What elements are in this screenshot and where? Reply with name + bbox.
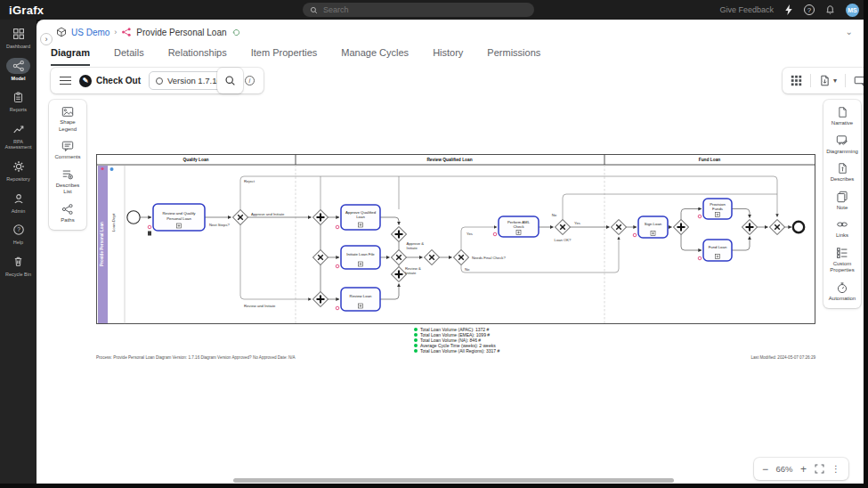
resource-icon [336,264,339,268]
task-approve-qualified-loan[interactable]: Approve Qualified Loan [336,205,380,230]
links-button[interactable]: Links [836,218,848,240]
version-ring-icon [156,77,163,85]
check-out-button[interactable]: ✎ Check Out [79,75,141,87]
avatar[interactable]: MS [846,4,859,17]
breadcrumb-parent[interactable]: US Demo [71,28,110,37]
task-fund-loan[interactable]: Fund Loan [698,240,732,261]
gateway-loan-ok[interactable] [556,220,571,235]
label-loan-ok: Loan OK? [555,238,572,242]
describes-button[interactable]: Describes [831,162,855,183]
collapse-panel-button[interactable]: › [40,33,53,45]
shape-legend-button[interactable]: ShapeLegend [59,106,77,133]
task-review-and-qualify-personal-loan[interactable]: Review and Qualify Personal Loan [148,204,205,236]
trend-chart-icon [6,121,30,137]
gateway-exclusive-mid-left[interactable] [313,250,329,265]
more-options-icon[interactable]: ⋮ [831,464,840,474]
label-reject: Reject [244,179,256,183]
gear-icon [6,159,30,175]
global-search[interactable] [303,3,534,17]
sidebar-item-recycle-bin[interactable]: Recycle Bin [5,254,31,278]
phase-fund-loan: Fund Loan [699,158,721,162]
diagramming-button[interactable]: Diagramming [826,134,858,156]
breadcrumb-separator: › [114,28,117,37]
legend-item: Total Loan Volume (All Regions): 3317 # [414,348,499,354]
dashboard-icon [6,26,30,42]
sidebar-item-help[interactable]: ? Help [6,222,30,246]
divider [845,74,846,87]
tab-details[interactable]: Details [114,47,144,66]
label-no2: No [552,213,557,217]
tab-item-properties[interactable]: Item Properties [251,47,318,66]
end-event[interactable] [793,222,804,232]
sidebar-item-repository[interactable]: Repository [6,159,30,183]
gateway-parallel-fund-split[interactable] [674,220,689,235]
task-sign-loan[interactable]: Sign Loan [633,216,668,238]
label-review-and-initiate: Review and Initiate [244,304,276,308]
gateway-parallel-join-bottom[interactable] [392,267,407,282]
gateway-next-steps[interactable] [233,210,248,225]
bell-icon[interactable] [825,4,835,15]
give-feedback-link[interactable]: Give Feedback [719,5,774,14]
diagram-search-button[interactable] [217,68,243,94]
start-event[interactable] [127,211,140,224]
sidebar-item-admin[interactable]: Admin [6,191,30,215]
search-input[interactable] [323,5,501,14]
task-review-loan[interactable]: Review Loan [336,288,380,311]
diagram-left-panel: ShapeLegend Comments DescribesList Paths [49,100,86,230]
chevron-down-icon[interactable]: ⌄ [846,27,853,37]
svg-text:Initiate: Initiate [405,271,417,275]
automation-button[interactable]: Automation [829,281,856,303]
gateway-parallel-fund-join[interactable] [742,220,758,235]
fullscreen-icon[interactable] [815,464,824,474]
task-provision-funds[interactable]: Provision Funds [698,199,732,219]
diagram-right-panel: Narrative Diagramming Describes Note Lin… [823,100,861,308]
info-icon[interactable]: i [245,76,255,85]
properties-list-icon [836,247,848,259]
sidebar-item-dashboard[interactable]: Dashboard [6,26,30,50]
comments-button[interactable]: Comments [54,140,80,161]
help-icon[interactable]: ? [804,4,815,15]
svg-text:Loan: Loan [356,215,365,219]
svg-text:Review Loan: Review Loan [350,294,372,298]
tab-permissions[interactable]: Permissions [487,47,540,66]
paths-button[interactable]: Paths [61,203,74,224]
gateway-parallel-split-bottom[interactable] [313,292,329,307]
gateway-needs-final-check[interactable] [454,250,469,265]
gateway-final-merge[interactable] [770,220,785,235]
menu-icon[interactable] [60,77,71,85]
version-history-icon[interactable] [231,28,241,37]
zoom-out-button[interactable]: − [762,464,768,475]
breadcrumb-current: Provide Personal Loan [136,28,226,37]
sidebar-item-reports[interactable]: Reports [6,89,30,113]
label-next-steps: Next Steps? [209,223,230,227]
gateway-parallel-split-top[interactable] [313,210,329,225]
sidebar-item-model[interactable]: Model [6,58,30,82]
task-initiate-loan-file[interactable]: Initiate Loan File [336,246,380,269]
tab-diagram[interactable]: Diagram [51,47,90,66]
diagram-canvas[interactable]: Qualify Loan Review Qualified Loan Fund … [96,154,815,325]
custom-properties-button[interactable]: CustomProperties [830,247,854,274]
gateway-exclusive-mid[interactable] [392,250,407,265]
grid-view-icon[interactable] [791,75,802,86]
last-modified-footer: Last Modified: 2024-05-07 07:26:29 [548,355,815,360]
horizontal-scrollbar[interactable] [233,478,674,483]
gateway-merge-fund[interactable] [612,220,627,235]
image-icon [61,106,74,118]
breadcrumb: US Demo › Provide Personal Loan [56,27,241,37]
list-gear-icon [61,168,74,181]
lightning-icon[interactable] [784,4,793,15]
document-icon [837,106,848,118]
export-document-icon [819,75,831,86]
export-button[interactable]: ▾ [819,75,837,86]
tab-history[interactable]: History [433,47,463,66]
gateway-merge[interactable] [425,250,440,265]
tab-manage-cycles[interactable]: Manage Cycles [341,47,409,66]
zoom-in-button[interactable]: + [800,464,807,475]
sidebar-item-rpa-assessment[interactable]: RPA Assessment [0,121,37,150]
narrative-button[interactable]: Narrative [831,106,853,127]
describes-list-button[interactable]: DescribesList [56,168,80,196]
note-button[interactable]: Note [836,191,848,212]
tab-relationships[interactable]: Relationships [168,47,227,66]
task-perform-aml-check[interactable]: Perform AML Check [493,216,539,237]
gateway-parallel-join-top[interactable] [392,227,407,242]
